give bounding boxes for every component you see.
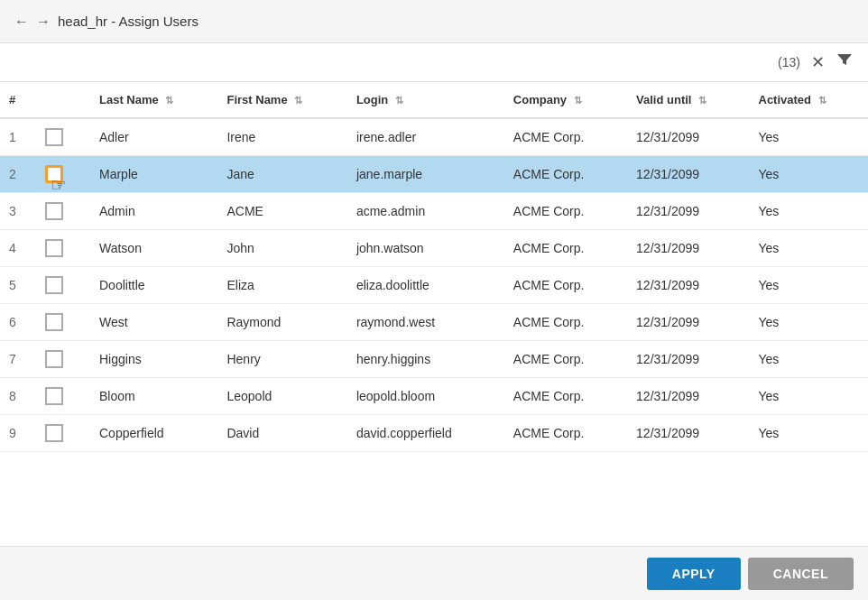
cell-company: ACME Corp.	[504, 341, 627, 378]
checkbox[interactable]	[45, 276, 63, 294]
cell-checkbox[interactable]	[36, 193, 90, 230]
cell-lastname: Copperfield	[90, 415, 217, 452]
cell-company: ACME Corp.	[504, 378, 627, 415]
cell-login: jane.marple	[347, 156, 504, 193]
cell-lastname: Admin	[90, 193, 217, 230]
cell-activated: Yes	[750, 378, 869, 415]
back-arrow[interactable]: ←	[14, 14, 29, 30]
activated-sort-icon: ⇅	[818, 95, 826, 106]
cell-num: 3	[0, 193, 36, 230]
cell-valid-until: 12/31/2099	[627, 415, 749, 452]
col-num: #	[0, 82, 36, 118]
cell-num: 4	[0, 230, 36, 267]
dialog-title: head_hr - Assign Users	[58, 14, 199, 29]
table-row[interactable]: 8BloomLeopoldleopold.bloomACME Corp.12/3…	[0, 378, 868, 415]
checkbox[interactable]	[45, 239, 63, 257]
col-login[interactable]: Login ⇅	[347, 82, 504, 118]
col-activated[interactable]: Activated ⇅	[750, 82, 869, 118]
cell-lastname: Bloom	[90, 378, 217, 415]
checkbox-cursor-container: ☞	[45, 165, 63, 183]
cell-checkbox[interactable]	[36, 378, 90, 415]
checkbox[interactable]	[45, 350, 63, 368]
cell-lastname: Adler	[90, 118, 217, 156]
col-valid-until[interactable]: Valid until ⇅	[627, 82, 749, 118]
cell-activated: Yes	[750, 267, 869, 304]
cell-company: ACME Corp.	[504, 415, 627, 452]
company-sort-icon: ⇅	[574, 95, 582, 106]
cell-firstname: Jane	[217, 156, 346, 193]
cell-checkbox[interactable]	[36, 267, 90, 304]
col-lastname[interactable]: Last Name ⇅	[90, 82, 217, 118]
cell-login: leopold.bloom	[347, 378, 504, 415]
cell-valid-until: 12/31/2099	[627, 156, 749, 193]
cell-company: ACME Corp.	[504, 118, 627, 156]
cell-activated: Yes	[750, 118, 869, 156]
checkbox[interactable]	[45, 424, 63, 442]
checkbox[interactable]	[45, 313, 63, 331]
table-row[interactable]: 4WatsonJohnjohn.watsonACME Corp.12/31/20…	[0, 230, 868, 267]
cell-company: ACME Corp.	[504, 156, 627, 193]
cell-lastname: Watson	[90, 230, 217, 267]
forward-arrow[interactable]: →	[36, 14, 51, 30]
cell-num: 9	[0, 415, 36, 452]
dialog-footer: APPLY CANCEL	[0, 546, 868, 600]
cell-company: ACME Corp.	[504, 267, 627, 304]
cell-firstname: ACME	[217, 193, 346, 230]
cell-num: 7	[0, 341, 36, 378]
table-body: 1AdlerIreneirene.adlerACME Corp.12/31/20…	[0, 118, 868, 452]
apply-button[interactable]: APPLY	[647, 558, 741, 590]
cell-checkbox[interactable]: ☞	[36, 156, 90, 193]
cell-activated: Yes	[750, 415, 869, 452]
cell-checkbox[interactable]	[36, 230, 90, 267]
cell-checkbox[interactable]	[36, 118, 90, 156]
cell-firstname: Irene	[217, 118, 346, 156]
checkbox[interactable]	[45, 387, 63, 405]
table-row[interactable]: 3AdminACMEacme.adminACME Corp.12/31/2099…	[0, 193, 868, 230]
cell-activated: Yes	[750, 156, 869, 193]
users-table: # Last Name ⇅ First Name ⇅ Login ⇅ Compa…	[0, 82, 868, 452]
cell-lastname: Marple	[90, 156, 217, 193]
cell-login: acme.admin	[347, 193, 504, 230]
table-header-row: # Last Name ⇅ First Name ⇅ Login ⇅ Compa…	[0, 82, 868, 118]
table-row[interactable]: 5DoolittleElizaeliza.doolittleACME Corp.…	[0, 267, 868, 304]
cell-activated: Yes	[750, 304, 869, 341]
cell-checkbox[interactable]	[36, 341, 90, 378]
cell-lastname: West	[90, 304, 217, 341]
cell-valid-until: 12/31/2099	[627, 267, 749, 304]
cell-valid-until: 12/31/2099	[627, 378, 749, 415]
cell-activated: Yes	[750, 341, 869, 378]
col-checkbox	[36, 82, 90, 118]
cell-login: henry.higgins	[347, 341, 504, 378]
cell-num: 1	[0, 118, 36, 156]
cell-checkbox[interactable]	[36, 415, 90, 452]
col-firstname[interactable]: First Name ⇅	[217, 82, 346, 118]
cell-firstname: David	[217, 415, 346, 452]
table-row[interactable]: 6WestRaymondraymond.westACME Corp.12/31/…	[0, 304, 868, 341]
table-container: # Last Name ⇅ First Name ⇅ Login ⇅ Compa…	[0, 82, 868, 546]
cell-activated: Yes	[750, 193, 869, 230]
table-row[interactable]: 7HigginsHenryhenry.higginsACME Corp.12/3…	[0, 341, 868, 378]
cell-login: david.copperfield	[347, 415, 504, 452]
checkbox[interactable]	[45, 165, 63, 183]
cell-valid-until: 12/31/2099	[627, 341, 749, 378]
clear-icon[interactable]: ✕	[811, 52, 825, 72]
dialog-header: ← → head_hr - Assign Users	[0, 0, 868, 43]
checkbox[interactable]	[45, 128, 63, 146]
cancel-button[interactable]: CANCEL	[748, 558, 854, 590]
assign-users-dialog: ← → head_hr - Assign Users (13) ✕ # Last…	[0, 0, 868, 600]
table-row[interactable]: 9CopperfieldDaviddavid.copperfieldACME C…	[0, 415, 868, 452]
firstname-sort-icon: ⇅	[294, 95, 302, 106]
lastname-sort-icon: ⇅	[165, 95, 173, 106]
col-company[interactable]: Company ⇅	[504, 82, 627, 118]
cell-num: 5	[0, 267, 36, 304]
login-sort-icon: ⇅	[395, 95, 403, 106]
checkbox[interactable]	[45, 202, 63, 220]
cell-firstname: Leopold	[217, 378, 346, 415]
table-row[interactable]: 2 ☞ MarpleJanejane.marpleACME Corp.12/31…	[0, 156, 868, 193]
cell-valid-until: 12/31/2099	[627, 118, 749, 156]
table-row[interactable]: 1AdlerIreneirene.adlerACME Corp.12/31/20…	[0, 118, 868, 156]
cell-checkbox[interactable]	[36, 304, 90, 341]
cell-num: 6	[0, 304, 36, 341]
result-count: (13)	[778, 55, 800, 69]
filter-icon[interactable]	[836, 51, 854, 74]
